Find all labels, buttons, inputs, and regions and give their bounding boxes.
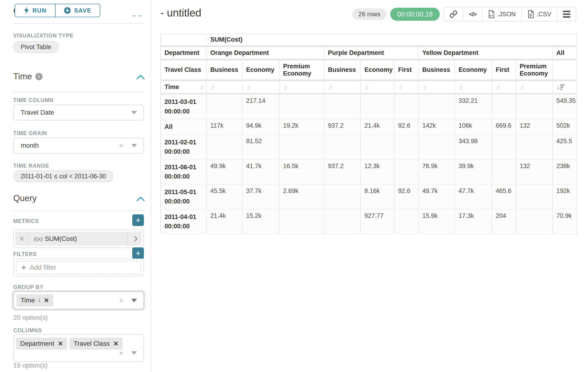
- sort-cell[interactable]: ↓↑: [394, 80, 418, 94]
- save-label: SAVE: [74, 7, 91, 14]
- query-section-title: Query: [13, 193, 37, 203]
- row-label: 2011-02-01 00:00:00: [161, 135, 206, 159]
- sort-cell[interactable]: ↓↑: [418, 80, 455, 94]
- remove-metric-icon[interactable]: ✕: [15, 232, 29, 246]
- col-header: Economy: [360, 60, 394, 80]
- group-by-chip[interactable]: Time i ✕: [17, 294, 53, 307]
- sort-icon: ↓↑: [422, 83, 425, 91]
- query-timer-badge: 00:00:00.18: [390, 8, 440, 21]
- clear-icon[interactable]: ×: [119, 141, 123, 150]
- remove-chip-icon[interactable]: ✕: [58, 340, 63, 347]
- run-button[interactable]: RUN: [15, 4, 55, 17]
- cell: 19.2k: [279, 119, 324, 135]
- columns-select[interactable]: Department ✕ Travel Class ✕ ×: [13, 334, 144, 362]
- sort-cell-active[interactable]: ↓: [552, 80, 577, 94]
- add-filter-button[interactable]: + Add filter: [16, 261, 141, 274]
- sort-cell[interactable]: ↓↑: [516, 80, 552, 94]
- department-header-row: Department Orange Department Purple Depa…: [161, 46, 577, 60]
- row-label: 2011-04-01 00:00:00: [161, 209, 206, 234]
- table-row: 2011-05-01 00:00:00 45.5k 37.7k 2.69k 8.…: [161, 184, 577, 209]
- clear-icon[interactable]: ×: [119, 296, 123, 305]
- remove-chip-icon[interactable]: ✕: [44, 297, 49, 304]
- export-csv-button[interactable]: .CSV: [522, 7, 557, 21]
- travel-class-header-row: Travel Class Business Economy Premium Ec…: [161, 60, 577, 80]
- chevron-up-icon[interactable]: [136, 75, 145, 83]
- sort-descending-icon: ↓: [556, 83, 565, 91]
- save-button[interactable]: SAVE: [55, 4, 100, 17]
- lightning-icon: [24, 7, 29, 14]
- columns-chip[interactable]: Department ✕: [16, 338, 67, 350]
- export-button-group: </> .JSON .CSV: [443, 7, 576, 21]
- info-icon: i: [39, 297, 40, 304]
- add-filter-plus-button[interactable]: +: [132, 247, 144, 259]
- group-header: Purple Department: [324, 46, 418, 60]
- chevron-right-icon: [132, 236, 137, 242]
- info-icon[interactable]: i: [35, 73, 42, 80]
- cell: 343.98: [455, 135, 492, 159]
- plus-icon: +: [22, 263, 26, 272]
- add-metric-button[interactable]: +: [132, 214, 144, 226]
- sort-icon[interactable]: ↓↑: [200, 83, 202, 91]
- cell: 465.6: [492, 184, 516, 209]
- sort-cell[interactable]: ↓↑: [206, 80, 242, 94]
- sort-cell[interactable]: ↓↑: [279, 80, 324, 94]
- cell: 238k: [552, 159, 577, 184]
- embed-code-button[interactable]: </>: [463, 7, 483, 21]
- sort-cell[interactable]: ↓↑: [242, 80, 279, 94]
- cell: 937.2: [324, 119, 360, 135]
- export-json-button[interactable]: .JSON: [482, 7, 522, 21]
- cell: [516, 135, 552, 159]
- cell: [418, 94, 455, 119]
- expand-metric-button[interactable]: [127, 232, 142, 246]
- csv-file-icon: [527, 10, 534, 18]
- query-actions: RUN SAVE: [15, 4, 100, 17]
- table-row: 2011-06-01 00:00:00 49.9k 41.7k 16.5k 93…: [161, 159, 577, 184]
- cell: 669.6: [492, 119, 516, 135]
- row-label: All: [161, 119, 206, 135]
- chart-title[interactable]: - untitled: [160, 7, 201, 19]
- pivot-table-wrap: SUM(Cost) Department Orange Department P…: [160, 34, 577, 234]
- cell: 8.16k: [360, 184, 394, 209]
- metrics-box: ✕ ƒ(x) SUM(Cost): [13, 230, 144, 248]
- sort-cell[interactable]: ↓↑: [492, 80, 516, 94]
- cell: [279, 135, 324, 159]
- superset-explore-page: Chart Type RUN SAVE VISUALIZATION TYPE P…: [0, 0, 588, 372]
- cell: 12.3k: [360, 159, 394, 184]
- time-grain-select[interactable]: month ×: [13, 138, 144, 153]
- col-header: Business: [206, 60, 242, 80]
- cell: [492, 159, 516, 184]
- visualization-type-value[interactable]: Pivot Table: [13, 41, 59, 53]
- metric-header: SUM(Cost): [206, 34, 577, 46]
- time-range-value[interactable]: 2011-01-01 ≤ col < 2011-06-30: [13, 170, 113, 182]
- menu-button[interactable]: [557, 7, 576, 21]
- cell: [206, 94, 242, 119]
- sort-icon: ↓↑: [496, 83, 499, 91]
- cell: [279, 94, 324, 119]
- clear-icon[interactable]: ×: [119, 349, 123, 357]
- group-by-select[interactable]: Time i ✕ ×: [13, 292, 144, 309]
- cell: 92.6: [394, 119, 418, 135]
- cell: [324, 209, 360, 234]
- cell: 937.2: [324, 159, 360, 184]
- cell: 106k: [455, 119, 492, 135]
- cell: 76.9k: [418, 159, 455, 184]
- time-column-select[interactable]: Travel Date: [13, 105, 144, 120]
- cell: 192k: [552, 184, 577, 209]
- chevron-up-icon[interactable]: [136, 196, 145, 205]
- cell: 549.35: [552, 94, 577, 119]
- cell: 17.3k: [455, 209, 492, 234]
- columns-chip[interactable]: Travel Class ✕: [70, 338, 123, 350]
- cell: [394, 135, 418, 159]
- chart-area: - untitled 26 rows 00:00:00.18 </> .JSON…: [152, 0, 588, 372]
- table-row: All 117k 94.9k 19.2k 937.2 21.4k 92.6 14…: [161, 119, 577, 135]
- cell: 142k: [418, 119, 455, 135]
- remove-chip-icon[interactable]: ✕: [113, 340, 118, 347]
- metric-chip[interactable]: ✕ ƒ(x) SUM(Cost): [15, 232, 142, 246]
- sort-cell[interactable]: ↓↑: [455, 80, 492, 94]
- sort-cell[interactable]: ↓↑: [324, 80, 360, 94]
- cell: 117k: [206, 119, 242, 135]
- sort-cell[interactable]: ↓↑: [360, 80, 394, 94]
- json-label: .JSON: [497, 11, 516, 18]
- copy-link-button[interactable]: [444, 7, 463, 21]
- json-file-icon: [488, 10, 495, 18]
